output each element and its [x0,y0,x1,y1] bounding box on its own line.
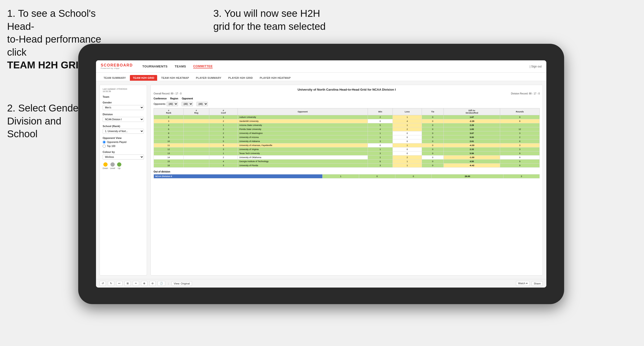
sub-nav-team-h2h-heatmap[interactable]: TEAM H2H HEATMAP [158,75,192,81]
cell-tie: 0 [422,156,444,160]
opp-select[interactable]: (All) [196,102,208,106]
cell-rank: 12 [154,148,184,152]
toolbar-btn-clock[interactable]: 🕐 [158,281,165,286]
cell-rounds: 9 [500,115,540,119]
cell-rounds: 9 [500,164,540,168]
app-header: SCOREBOARD Powered by clippi TOURNAMENTS… [96,60,546,73]
nav-committee[interactable]: COMMITTEE [193,64,213,68]
out-division-section: Out of division NCAA Division II 1 0 0 2… [154,171,540,178]
gender-select[interactable]: Men's Women's [103,105,144,110]
redo-button[interactable]: ↻ [108,281,114,286]
division-select[interactable]: NCAA Division I NCAA Division II NCAA Di… [103,117,144,122]
cell-rounds: 9 [500,160,540,164]
table-row: 13 1 Texas Tech University 3 0 0 5.56 9 [154,152,540,156]
cell-rounds: 9 [500,156,540,160]
sub-nav: TEAM SUMMARY TEAM H2H GRID TEAM H2H HEAT… [96,73,546,81]
cell-diff: 2.33 [444,148,500,152]
division-section: Division NCAA Division I NCAA Division I… [103,113,144,122]
cell-tie: 0 [422,123,444,127]
left-panel: Last Updated: 27/03/2024 16:55:38 Team G… [100,85,147,275]
cell-reg [184,143,209,148]
sub-nav-team-h2h-grid[interactable]: TEAM H2H GRID [130,75,157,81]
region-select[interactable]: (All) [182,102,193,106]
school-select[interactable]: 1. University of Nort... [103,129,144,134]
nav-teams[interactable]: TEAMS [175,65,186,68]
cell-rounds: 8 [500,119,540,123]
cell-reg [184,152,209,156]
cell-conf: 5 [209,139,238,143]
cell-reg [184,148,209,152]
cell-reg [184,115,209,119]
cell-win: 3 [368,139,393,143]
cell-tie: 0 [422,139,444,143]
cell-reg [184,164,209,168]
color-legend: Down Level Up [103,162,144,170]
cell-reg [184,156,209,160]
cell-opponent: University of Florida [238,164,368,168]
radio-top-100[interactable]: Top 100 [103,145,144,148]
cell-rounds: 3 [500,148,540,152]
cell-loss: 4 [393,119,422,123]
view-original-button[interactable]: View: Original [172,281,192,286]
cell-diff: -2.29 [444,119,500,123]
main-content: Last Updated: 27/03/2024 16:55:38 Team G… [96,81,546,279]
grid-dropdowns: Opponents: (All) (All) (All) [154,102,540,106]
undo-button[interactable]: ↺ [100,281,106,286]
cell-reg [184,131,209,135]
cell-diff: -1.00 [444,156,500,160]
cell-rank: 6 [154,127,184,131]
sign-out-link[interactable]: | Sign out [530,65,542,68]
table-row: 15 4 Georgia Institute of Technology 6 1… [154,160,540,164]
cell-win: 3 [368,164,393,168]
opponents-select[interactable]: (All) [167,102,178,106]
cell-diff: 4.50 [444,160,500,164]
radio-opponents-played[interactable]: Opponents Played [103,141,144,144]
toolbar-btn-7[interactable]: ⊖ [149,281,156,286]
out-division-win: 1 [322,174,359,178]
cell-reg [184,135,209,139]
tablet-screen: SCOREBOARD Powered by clippi TOURNAMENTS… [96,60,546,288]
cell-conf: 2 [209,131,238,135]
cell-opponent: Auburn University [238,115,368,119]
cell-rank: 16 [154,164,184,168]
cell-loss: 0 [393,152,422,156]
annotation-3: 3. You will now see H2H grid for the tea… [213,7,351,33]
toolbar-btn-4[interactable]: ⊞ [124,281,131,286]
cell-tie: 0 [422,127,444,131]
cell-rank: 9 [154,135,184,139]
table-row: 6 2 Florida State University 4 2 0 1.83 … [154,127,540,131]
cell-tie: 0 [422,119,444,123]
colour-by-select[interactable]: Win/loss [103,155,144,160]
app-logo: SCOREBOARD Powered by clippi [101,63,133,69]
out-division-rounds: 3 [503,174,540,178]
cell-diff: 1.83 [444,127,500,131]
opponent-filter: Opponent [182,97,193,100]
region-dropdown-group: (All) [182,102,193,106]
cell-rank: 11 [154,143,184,148]
cell-win: 3 [368,152,393,156]
sub-nav-team-summary[interactable]: TEAM SUMMARY [101,75,129,81]
cell-loss: 1 [393,123,422,127]
cell-diff: 5.56 [444,152,500,156]
out-division-diff: 26.00 [432,174,503,178]
toolbar-btn-5[interactable]: ✂ [133,281,139,286]
cell-rank: 14 [154,156,184,160]
sub-nav-player-h2h-heatmap[interactable]: PLAYER H2H HEATMAP [257,75,294,81]
toolbar-btn-3[interactable]: ↩ [116,281,122,286]
cell-win: 2 [368,115,393,119]
cell-win: 1 [368,131,393,135]
toolbar-btn-6[interactable]: ⊕ [141,281,148,286]
school-section: School (Rank) 1. University of Nort... [103,125,144,134]
cell-tie: 0 [422,143,444,148]
cell-diff: 1.67 [444,115,500,119]
table-row: 4 1 Arizona State University 5 1 0 2.29 [154,123,540,127]
cell-rounds: 12 [500,127,540,131]
share-button[interactable]: Share [532,281,543,286]
watch-button[interactable]: Watch ▾ [516,281,530,286]
table-row: 11 6 University of Arkansas, Fayettevill… [154,143,540,148]
cell-conf: 3 [209,164,238,168]
sub-nav-player-h2h-grid[interactable]: PLAYER H2H GRID [226,75,256,81]
col-conf: #Conf [209,108,238,115]
sub-nav-player-summary[interactable]: PLAYER SUMMARY [193,75,224,81]
nav-tournaments[interactable]: TOURNAMENTS [142,65,168,68]
